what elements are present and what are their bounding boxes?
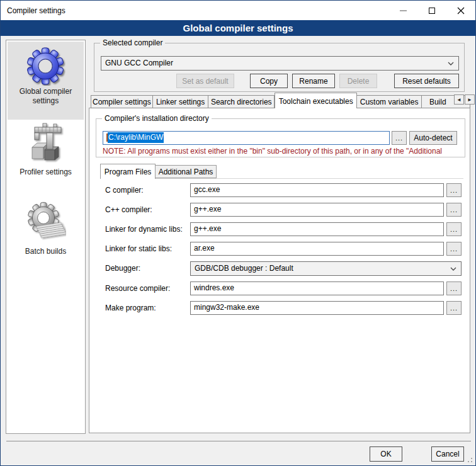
auto-detect-button[interactable]: Auto-detect: [409, 131, 457, 145]
ok-button[interactable]: OK: [370, 446, 402, 462]
caliper-icon: [26, 122, 66, 168]
compiler-combobox[interactable]: GNU GCC Compiler: [101, 56, 459, 71]
cancel-button[interactable]: Cancel: [431, 446, 464, 462]
tab-scroll-right-icon[interactable]: ►: [465, 94, 475, 105]
installation-directory-group: Compiler's installation directory C:\ray…: [96, 118, 465, 157]
installation-note: NOTE: All programs must exist either in …: [103, 147, 462, 156]
tab-custom-variables[interactable]: Custom variables: [357, 95, 422, 108]
reset-defaults-button[interactable]: Reset defaults: [394, 74, 459, 88]
tab-program-files[interactable]: Program Files: [100, 164, 156, 179]
titlebar: Compiler settings: [1, 1, 475, 20]
resize-grip[interactable]: [467, 457, 473, 463]
chevron-down-icon: [448, 62, 454, 65]
sidebar-item-label: Profiler settings: [8, 168, 84, 177]
tab-additional-paths[interactable]: Additional Paths: [156, 165, 217, 178]
maximize-button[interactable]: [417, 1, 446, 20]
maximize-icon: [429, 8, 435, 14]
tab-scroll-left-icon[interactable]: ◄: [454, 94, 464, 105]
program-files-tabstrip: Program Files Additional Paths: [100, 164, 463, 179]
blue-gear-icon: [26, 47, 65, 86]
compiler-settings-window: Compiler settings Global compiler settin…: [0, 0, 476, 466]
linker-static-label: Linker for static libs:: [105, 244, 172, 253]
installation-directory-input[interactable]: C:\raylib\MinGW: [103, 131, 390, 145]
minimize-button[interactable]: [388, 1, 417, 20]
tab-toolchain-executables[interactable]: Toolchain executables: [275, 93, 357, 108]
linker-dynamic-input[interactable]: g++.exe: [190, 222, 444, 236]
linker-static-browse-button[interactable]: ...: [446, 242, 462, 256]
selected-compiler-legend: Selected compiler: [100, 38, 165, 47]
resource-compiler-browse-button[interactable]: ...: [446, 281, 462, 295]
tab-scroll-buttons: ◄ ►: [453, 94, 475, 105]
window-title: Compiler settings: [1, 6, 388, 15]
make-program-label: Make program:: [105, 304, 156, 312]
cpp-compiler-label: C++ compiler:: [105, 205, 152, 214]
tab-compiler-settings[interactable]: Compiler settings: [91, 95, 153, 108]
tab-linker-settings[interactable]: Linker settings: [153, 95, 209, 108]
compiler-combobox-value: GNU GCC Compiler: [105, 59, 173, 67]
c-compiler-input[interactable]: gcc.exe: [190, 183, 444, 197]
installation-directory-browse-button[interactable]: ...: [392, 131, 407, 145]
settings-sidebar: Global compiler settings: [6, 40, 86, 434]
debugger-label: Debugger:: [105, 264, 140, 273]
resource-compiler-label: Resource compiler:: [105, 284, 170, 293]
cpp-compiler-input[interactable]: g++.exe: [190, 203, 444, 217]
settings-tabstrip: Compiler settings Linker settings Search…: [91, 92, 470, 108]
installation-directory-value: C:\raylib\MinGW: [108, 132, 164, 143]
debugger-combobox-value: GDB/CDB debugger : Default: [195, 264, 293, 273]
sidebar-item-batch-builds[interactable]: Batch builds: [8, 199, 84, 263]
c-compiler-label: C compiler:: [105, 186, 144, 195]
selected-compiler-group: Selected compiler GNU GCC Compiler Set a…: [94, 43, 465, 92]
copy-button[interactable]: Copy: [250, 74, 288, 88]
resource-compiler-input[interactable]: windres.exe: [190, 281, 444, 295]
c-compiler-browse-button[interactable]: ...: [446, 183, 462, 197]
window-controls: [388, 1, 475, 20]
rename-button[interactable]: Rename: [292, 74, 335, 88]
installation-directory-legend: Compiler's installation directory: [102, 114, 212, 123]
close-button[interactable]: [446, 1, 475, 20]
cpp-compiler-browse-button[interactable]: ...: [446, 203, 462, 217]
chevron-down-icon: [450, 267, 456, 271]
gray-gear-papers-icon: [26, 200, 66, 247]
linker-dynamic-label: Linker for dynamic libs:: [105, 225, 183, 234]
footer-divider: [6, 441, 471, 441]
sidebar-item-global-compiler-settings[interactable]: Global compiler settings: [8, 42, 84, 120]
set-as-default-button[interactable]: Set as default: [176, 74, 234, 88]
linker-dynamic-browse-button[interactable]: ...: [446, 222, 462, 236]
close-icon: [457, 7, 465, 14]
debugger-combobox[interactable]: GDB/CDB debugger : Default: [190, 261, 462, 276]
toolchain-executables-panel: Compiler's installation directory C:\ray…: [89, 108, 470, 433]
sidebar-item-label: Batch builds: [8, 247, 84, 256]
sidebar-item-label: Global compiler settings: [8, 87, 84, 106]
make-program-browse-button[interactable]: ...: [446, 301, 462, 315]
delete-button[interactable]: Delete: [339, 74, 377, 88]
make-program-input[interactable]: mingw32-make.exe: [190, 301, 444, 315]
minimize-icon: [400, 10, 407, 11]
tab-search-directories[interactable]: Search directories: [208, 95, 275, 108]
sidebar-item-profiler-settings[interactable]: Profiler settings: [8, 121, 84, 184]
dialog-header: Global compiler settings: [1, 20, 475, 36]
linker-static-input[interactable]: ar.exe: [190, 242, 444, 256]
